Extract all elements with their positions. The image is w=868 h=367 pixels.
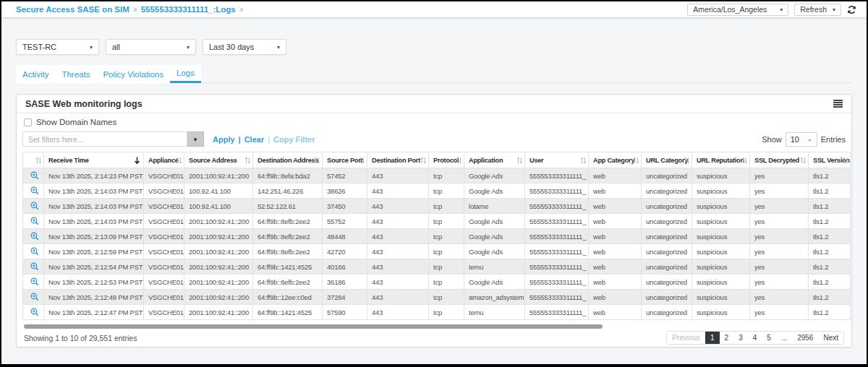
table-cell: yes [750, 184, 809, 199]
page-button-next[interactable]: Next [818, 332, 843, 344]
table-cell: tls1.2 [809, 168, 851, 184]
zoom-in-icon[interactable] [30, 217, 39, 225]
menu-icon[interactable] [833, 100, 843, 108]
page-button-previous[interactable]: Previous [667, 332, 705, 344]
table-cell: VSGCHE01 [144, 244, 184, 259]
filter-dropdown-button[interactable]: ▾ [187, 131, 204, 147]
zoom-in-icon[interactable] [30, 247, 39, 256]
column-header-source-port[interactable]: Source Port [323, 152, 367, 168]
column-header-destination-address[interactable]: Destination Address [253, 152, 323, 168]
table-cell: tcp [429, 199, 464, 214]
row-detail-cell[interactable] [23, 168, 44, 184]
zoom-in-icon[interactable] [30, 186, 39, 195]
row-detail-cell[interactable] [23, 275, 44, 290]
table-cell: 443 [367, 244, 429, 259]
zoom-in-icon[interactable] [30, 171, 39, 180]
table-cell: uncategorized [642, 275, 692, 290]
table-cell: suspicious [692, 259, 750, 275]
zoom-in-icon[interactable] [30, 232, 39, 241]
table-cell: suspicious [692, 305, 750, 320]
zoom-in-icon[interactable] [30, 293, 39, 301]
column-header-url-category[interactable]: URL Category [642, 152, 692, 168]
table-cell: temu [464, 259, 525, 275]
row-detail-cell[interactable] [23, 259, 44, 275]
scrollbar-thumb[interactable] [24, 324, 603, 329]
show-entries-control: Show 10 ⌄ Entries [762, 132, 846, 147]
breadcrumb-link-sase[interactable]: Secure Access SASE on SIM [16, 5, 129, 14]
column-header-receive-time[interactable]: Receive Time [44, 152, 144, 168]
table-cell: web [589, 199, 642, 214]
timezone-select[interactable]: America/Los_Angeles ▾ [687, 4, 788, 16]
sort-icon [516, 157, 523, 164]
column-header[interactable] [23, 152, 44, 168]
zoom-in-icon[interactable] [30, 308, 39, 316]
tab-logs[interactable]: Logs [170, 65, 201, 83]
scope-select[interactable]: all ▾ [106, 39, 196, 55]
zoom-in-icon[interactable] [30, 262, 39, 271]
row-detail-cell[interactable] [23, 290, 44, 305]
column-header-protocol[interactable]: Protocol [429, 152, 464, 168]
chevron-down-icon: ⌄ [807, 136, 812, 142]
tab-threats[interactable]: Threats [55, 65, 96, 83]
zoom-in-icon[interactable] [30, 277, 39, 286]
row-detail-cell[interactable] [23, 214, 44, 229]
top-bar: Secure Access SASE on SIM > 555553333311… [1, 1, 867, 17]
row-detail-cell[interactable] [23, 199, 44, 214]
breadcrumb-link-logs[interactable]: 555553333311111_:Logs [141, 5, 236, 14]
table-cell: 64:ff9b::12ee:c0ed [253, 290, 323, 305]
entries-count-select[interactable]: 10 ⌄ [786, 132, 817, 147]
time-range-select[interactable]: Last 30 days ▾ [203, 39, 286, 55]
page-button-...[interactable]: ... [776, 332, 792, 344]
row-detail-cell[interactable] [23, 184, 44, 199]
column-header-app-category[interactable]: App Category [589, 152, 642, 168]
separator: | [239, 135, 241, 144]
column-header-destination-port[interactable]: Destination Port [367, 152, 429, 168]
copy-filter-link[interactable]: Copy Filter [273, 135, 315, 144]
clear-link[interactable]: Clear [244, 135, 265, 144]
page-button-4[interactable]: 4 [748, 332, 762, 344]
page-button-5[interactable]: 5 [762, 332, 776, 344]
page-button-2[interactable]: 2 [720, 332, 734, 344]
table-cell: suspicious [692, 290, 750, 305]
column-header-url-reputation[interactable]: URL Reputation [692, 152, 750, 168]
table-cell: Nov 13th 2025, 2:14:23 PM PST [44, 168, 144, 184]
table-cell: 55752 [323, 214, 367, 229]
column-header-ssl-decrypted[interactable]: SSL Decrypted [750, 152, 809, 168]
page-button-2956[interactable]: 2956 [792, 332, 818, 344]
tab-activity[interactable]: Activity [16, 65, 55, 83]
row-detail-cell[interactable] [23, 244, 44, 259]
table-cell: uncategorized [642, 259, 692, 275]
table-cell: yes [750, 229, 809, 244]
table-cell: tls1.2 [809, 229, 851, 244]
tab-policy-violations[interactable]: Policy Violations [96, 65, 170, 83]
sort-desc-icon [134, 156, 140, 164]
table-cell: VSGCHE01 [144, 184, 184, 199]
page-button-3[interactable]: 3 [733, 332, 748, 344]
table-cell: web [589, 244, 642, 259]
column-header-appliance[interactable]: Appliance [144, 152, 184, 168]
refresh-label: Refresh [800, 5, 827, 14]
global-filter-row: TEST-RC ▾ all ▾ Last 30 days ▾ [16, 39, 852, 55]
column-header-application[interactable]: Application [464, 152, 525, 168]
table-cell: 36186 [323, 275, 367, 290]
row-detail-cell[interactable] [23, 305, 44, 320]
table-cell: suspicious [692, 214, 750, 229]
column-header-user[interactable]: User [525, 152, 589, 168]
tenant-select[interactable]: TEST-RC ▾ [16, 39, 99, 55]
zoom-in-icon[interactable] [30, 202, 39, 210]
table-cell: 42720 [323, 244, 367, 259]
table-cell: 38626 [323, 184, 367, 199]
show-domain-names-checkbox[interactable] [24, 118, 32, 126]
logs-panel: SASE Web monitoring logs Show Domain Nam… [16, 94, 852, 347]
column-header-ssl-version[interactable]: SSL Version [809, 152, 851, 168]
refresh-icon[interactable] [847, 5, 856, 14]
apply-link[interactable]: Apply [213, 135, 235, 144]
chevron-down-icon: ▾ [187, 44, 190, 51]
refresh-dropdown-button[interactable]: Refresh ▾ [794, 4, 841, 16]
column-header-source-address[interactable]: Source Address [184, 152, 253, 168]
page-button-1[interactable]: 1 [705, 332, 720, 344]
table-cell: 64:ff9b::8efb:2ee2 [253, 214, 323, 229]
table-cell: amazon_adsystem [464, 290, 525, 305]
row-detail-cell[interactable] [23, 229, 44, 244]
filter-input[interactable]: Set filters here... [22, 131, 187, 147]
